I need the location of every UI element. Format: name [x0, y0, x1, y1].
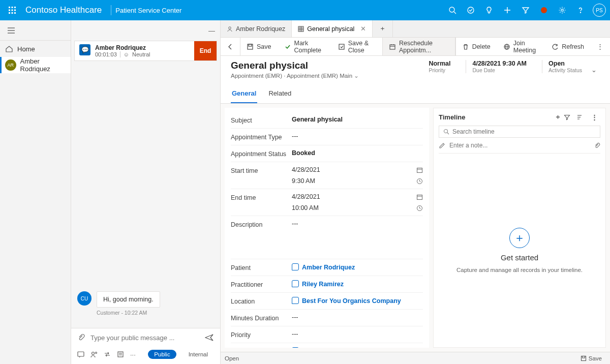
chat-message-meta: Customer - 10:22 AM — [77, 310, 214, 316]
record-header: General physical Appointment (EMR) · App… — [221, 56, 610, 104]
save-button[interactable]: Save — [240, 38, 278, 55]
join-meeting-button[interactable]: Join Meeting — [497, 38, 545, 55]
record-icon[interactable] — [535, 0, 553, 20]
more-icon[interactable]: ··· — [130, 351, 136, 358]
save-close-button[interactable]: Save & Close — [332, 38, 382, 55]
timeline-panel: Timeline ＋ ⋮ Enter a note... — [433, 108, 606, 348]
end-time-label: End time — [231, 193, 292, 211]
svg-rect-20 — [78, 352, 84, 356]
user-avatar[interactable]: PS — [593, 4, 606, 17]
consult-icon[interactable] — [90, 351, 98, 358]
notes-icon[interactable] — [117, 351, 124, 358]
reschedule-button[interactable]: Reschedule Appointm... — [382, 38, 455, 55]
timeline-search-input[interactable] — [452, 128, 596, 135]
mark-complete-button[interactable]: Mark Complete — [278, 38, 332, 55]
svg-line-10 — [454, 12, 456, 14]
subject-value[interactable]: General physical — [292, 116, 423, 124]
waffle-icon[interactable] — [4, 2, 20, 18]
clock-icon[interactable] — [416, 178, 423, 185]
svg-rect-6 — [9, 12, 10, 14]
public-toggle[interactable]: Public — [148, 350, 176, 359]
description-label: Description — [231, 220, 292, 228]
priority-value[interactable]: --- — [292, 330, 423, 339]
trash-icon — [462, 43, 469, 50]
home-icon — [5, 45, 13, 53]
back-button[interactable] — [221, 38, 240, 55]
timeline-add-icon[interactable]: ＋ — [552, 112, 564, 122]
tab-appointment[interactable]: General physical ✕ — [292, 20, 373, 37]
svg-rect-23 — [118, 352, 123, 357]
timeline-filter-icon[interactable] — [564, 114, 576, 120]
minutes-value[interactable]: --- — [292, 314, 423, 322]
start-time-value[interactable]: 9:30 AM — [292, 177, 315, 185]
attach-icon[interactable] — [594, 142, 600, 149]
svg-rect-34 — [339, 44, 344, 49]
patient-value[interactable]: Amber Rodriquez — [302, 264, 355, 271]
location-label: Location — [231, 297, 292, 305]
internal-toggle[interactable]: Internal — [182, 350, 214, 359]
nav-active-session[interactable]: AR Amber Rodriquez — [0, 57, 71, 73]
delete-button[interactable]: Delete — [456, 38, 497, 55]
add-icon[interactable] — [498, 0, 516, 20]
minimize-icon[interactable]: — — [71, 20, 220, 41]
close-icon[interactable]: ✕ — [360, 25, 366, 33]
timeline-sort-icon[interactable] — [576, 114, 588, 120]
save-icon — [247, 43, 254, 50]
crumb-form[interactable]: Appointment (EMR) Main — [287, 73, 352, 79]
send-icon[interactable] — [205, 333, 214, 342]
appointment-status-label: Appointment Status — [231, 149, 292, 158]
sentiment-icon: ☺ — [124, 51, 129, 57]
timeline-search[interactable] — [439, 126, 600, 138]
nav-home[interactable]: Home — [0, 41, 71, 57]
end-button[interactable]: End — [194, 41, 217, 60]
hamburger-icon[interactable] — [0, 20, 71, 41]
practitioner-value[interactable]: Riley Ramirez — [302, 281, 344, 288]
location-value[interactable]: Best For You Organics Company — [302, 297, 401, 305]
header-status-label: Activity Status — [548, 67, 582, 73]
subtab-general[interactable]: General — [231, 86, 257, 103]
calendar-icon[interactable] — [416, 167, 423, 173]
start-date-value[interactable]: 4/28/2021 — [292, 166, 320, 173]
clock-icon[interactable] — [416, 205, 423, 211]
tab-patient[interactable]: Amber Rodriquez — [221, 20, 292, 37]
svg-point-15 — [561, 9, 563, 11]
svg-rect-35 — [390, 45, 395, 49]
subtab-related[interactable]: Related — [267, 86, 292, 103]
header-priority-label: Priority — [429, 67, 450, 73]
calendar-icon[interactable] — [416, 194, 423, 200]
end-time-value[interactable]: 10:00 AM — [292, 204, 319, 211]
lightbulb-icon[interactable] — [480, 0, 498, 20]
refresh-button[interactable]: Refresh — [545, 38, 591, 55]
description-value[interactable]: --- — [292, 220, 423, 228]
statusbar-save-button[interactable]: Save — [576, 355, 606, 361]
end-date-value[interactable]: 4/28/2021 — [292, 193, 320, 200]
header-status-value: Open — [548, 60, 582, 67]
refresh-icon — [552, 43, 559, 50]
svg-rect-5 — [14, 10, 16, 11]
appointment-type-label: Appointment Type — [231, 133, 292, 141]
quick-reply-icon[interactable] — [77, 351, 84, 358]
chevron-down-icon[interactable]: ⌄ — [354, 73, 359, 79]
help-icon[interactable] — [571, 0, 590, 20]
timeline-getstarted-button[interactable]: ＋ — [509, 228, 530, 248]
timeline-more-icon[interactable]: ⋮ — [588, 113, 600, 121]
transfer-icon[interactable] — [104, 351, 111, 358]
task-icon[interactable] — [462, 0, 480, 20]
tab-appointment-label: General physical — [307, 25, 354, 33]
timeline-note-input[interactable]: Enter a note... — [449, 142, 487, 149]
expand-header-icon[interactable]: ⌄ — [588, 63, 600, 77]
chat-input[interactable] — [90, 334, 200, 342]
app-brand: Contoso Healthcare — [20, 5, 107, 15]
suite-name: Patient Service Center — [115, 7, 181, 14]
attach-icon[interactable] — [77, 333, 85, 342]
svg-point-11 — [468, 7, 474, 13]
appointment-type-value[interactable]: --- — [292, 133, 423, 141]
overflow-button[interactable]: ⋮ — [591, 38, 610, 55]
appointment-status-value[interactable]: Booked — [292, 149, 423, 158]
minutes-label: Minutes Duration — [231, 314, 292, 322]
filter-icon[interactable] — [516, 0, 535, 20]
add-tab-button[interactable]: ＋ — [373, 20, 393, 37]
nav-active-label: Amber Rodriquez — [20, 57, 71, 73]
gear-icon[interactable] — [553, 0, 571, 20]
search-icon[interactable] — [443, 0, 462, 20]
